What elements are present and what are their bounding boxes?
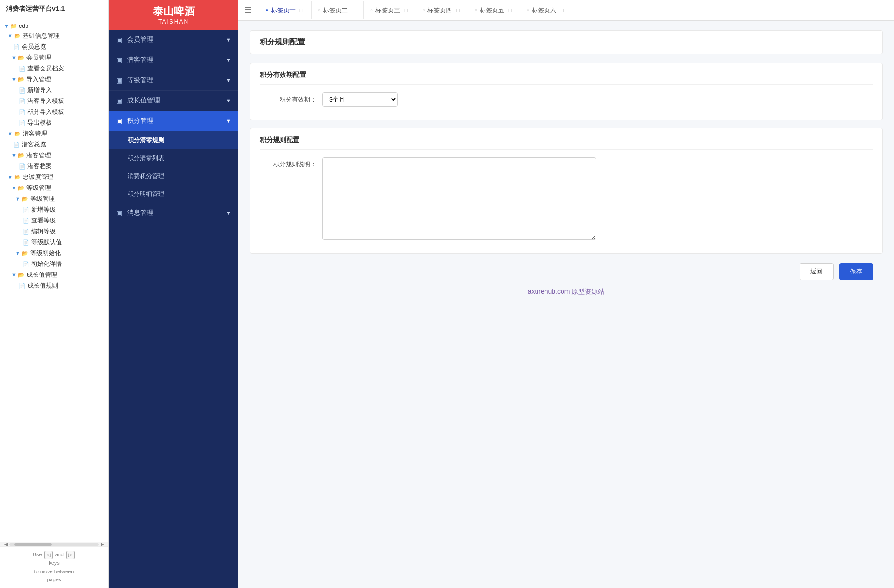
- menu-icon[interactable]: ☰: [244, 5, 252, 16]
- tree-item-czzgz[interactable]: 📄 成长值规则: [0, 281, 108, 291]
- tree-item-djgl[interactable]: ▼ 📂 等级管理: [0, 183, 108, 194]
- doc-icon9: 📄: [23, 207, 29, 213]
- tab-item-6[interactable]: ○ 标签页六 □: [520, 1, 573, 19]
- doc-icon2: 📄: [19, 66, 26, 72]
- tree-item-bjdj[interactable]: 📄 编辑等级: [0, 226, 108, 237]
- right-key-hint: ▷: [66, 551, 75, 559]
- tab-item-5[interactable]: ○ 标签页五 □: [468, 1, 520, 19]
- tab-close-2[interactable]: □: [350, 7, 357, 14]
- nav-subitem-jfqzgz[interactable]: 积分清零规则: [109, 131, 238, 149]
- footer-watermark: axurehub.com 原型资源站: [250, 280, 883, 304]
- tree-item-zcdgl[interactable]: ▼ 📂 忠诚度管理: [0, 172, 108, 183]
- tree-item-hyzl[interactable]: 📄 会员总览: [0, 42, 108, 52]
- tab-dot-4: ○: [423, 8, 425, 12]
- tab-dot-1: ●: [266, 8, 268, 12]
- tab-close-3[interactable]: □: [403, 7, 409, 14]
- nav-item-czzgl[interactable]: ▣ 成长值管理 ▼: [109, 91, 238, 111]
- tree-item-qkgl2[interactable]: ▼ 📂 潜客管理: [0, 150, 108, 161]
- nav-item-djgl[interactable]: ▣ 等级管理 ▼: [109, 70, 238, 91]
- scroll-right-arrow[interactable]: ▶: [101, 541, 104, 547]
- tree-item-djgl2[interactable]: ▼ 📂 等级管理: [0, 194, 108, 205]
- doc-icon12: 📄: [23, 239, 29, 246]
- nav-item-qkgl[interactable]: ▣ 潜客管理 ▼: [109, 50, 238, 70]
- folder-open-icon2: ▼ 📂: [11, 55, 25, 61]
- tree-item-djcsh[interactable]: ▼ 📂 等级初始化: [0, 248, 108, 259]
- tab-dot-2: ○: [318, 8, 321, 12]
- rules-section-title: 积分规则配置: [260, 136, 873, 150]
- tab-item-4[interactable]: ○ 标签页四 □: [416, 1, 468, 19]
- tree-item-ckhyda[interactable]: 📄 查看会员档案: [0, 63, 108, 74]
- tree-item-xzdr[interactable]: 📄 新增导入: [0, 85, 108, 96]
- folder-icon: ▼ 📁: [4, 23, 17, 29]
- nav-sidebar: 泰山啤酒 TAISHAN ▣ 会员管理 ▼ ▣ 潜客管理 ▼ ▣ 等级管理 ▼ …: [109, 0, 238, 588]
- doc-icon3: 📄: [19, 87, 26, 94]
- doc-icon5: 📄: [19, 109, 26, 115]
- folder-open-icon8: ▼ 📂: [15, 196, 28, 202]
- folder-open-icon4: ▼ 📂: [8, 131, 21, 137]
- folder-open-icon: ▼ 📂: [8, 33, 21, 39]
- tree-item-cshxq[interactable]: 📄 初始化详情: [0, 259, 108, 270]
- nav-subitem-jfqzlb[interactable]: 积分清零列表: [109, 149, 238, 167]
- tree-item-czz[interactable]: ▼ 📂 成长值管理: [0, 270, 108, 281]
- doc-icon7: 📄: [13, 142, 20, 148]
- page-title: 积分规则配置: [250, 30, 883, 54]
- tree-item-jfdrmbp[interactable]: 📄 积分导入模板: [0, 107, 108, 118]
- nav-item-hygl[interactable]: ▣ 会员管理 ▼: [109, 30, 238, 50]
- doc-icon13: 📄: [23, 261, 29, 267]
- save-button[interactable]: 保存: [839, 263, 873, 280]
- main-area: ☰ ● 标签页一 □ ○ 标签页二 □ ○ 标签页三 □ ○: [238, 0, 894, 588]
- tab-item-2[interactable]: ○ 标签页二 □: [312, 1, 364, 19]
- logo-area: 泰山啤酒 TAISHAN: [109, 0, 238, 30]
- doc-icon14: 📄: [19, 283, 26, 289]
- tree-item-xzdj[interactable]: 📄 新增等级: [0, 205, 108, 215]
- tree-item-qkgl[interactable]: ▼ 📂 潜客管理: [0, 128, 108, 139]
- rules-section: 积分规则配置 积分规则说明：: [250, 128, 883, 254]
- main-content: 积分规则配置 积分有效期配置 积分有效期： 1个月 2个月 3个月 6个月 12…: [238, 21, 894, 588]
- tree-item-drgl[interactable]: ▼ 📂 导入管理: [0, 74, 108, 85]
- nav-subitem-xfjfgl[interactable]: 消费积分管理: [109, 167, 238, 185]
- tab-close-1[interactable]: □: [298, 7, 305, 14]
- tab-dot-3: ○: [370, 8, 373, 12]
- nav-icon-xxgl: ▣: [116, 209, 122, 217]
- scroll-left-arrow[interactable]: ◀: [4, 541, 8, 547]
- tree-root[interactable]: ▼ 📁 cdp: [0, 21, 108, 31]
- tree-item-jcxx[interactable]: ▼ 📂 基础信息管理: [0, 31, 108, 42]
- nav-item-xxgl[interactable]: ▣ 消息管理 ▼: [109, 203, 238, 223]
- folder-open-icon6: ▼ 📂: [8, 174, 21, 180]
- folder-open-icon9: ▼ 📂: [15, 250, 28, 256]
- tree-container: ▼ 📁 cdp ▼ 📂 基础信息管理 📄 会员总览 ▼ 📂 会员管理 📄 查看会…: [0, 18, 108, 542]
- folder-open-icon5: ▼ 📂: [11, 153, 25, 159]
- nav-subitem-jfmxgl[interactable]: 积分明细管理: [109, 185, 238, 203]
- tree-item-dcmbp[interactable]: 📄 导出模板: [0, 118, 108, 128]
- main-header: ☰ ● 标签页一 □ ○ 标签页二 □ ○ 标签页三 □ ○: [238, 0, 894, 21]
- nav-item-jfgl[interactable]: ▣ 积分管理 ▼: [109, 111, 238, 131]
- nav-icon-jfgl: ▣: [116, 117, 122, 125]
- navigation-hint: Use ◁ and ▷ keys to move between pages: [0, 546, 108, 588]
- tab-close-5[interactable]: □: [507, 7, 513, 14]
- tab-close-6[interactable]: □: [559, 7, 565, 14]
- chevron-down-icon-xxgl: ▼: [226, 210, 231, 216]
- tab-close-4[interactable]: □: [455, 7, 461, 14]
- logo-text: 泰山啤酒: [153, 5, 195, 18]
- tree-item-hygl[interactable]: ▼ 📂 会员管理: [0, 52, 108, 63]
- tree-item-qkdrmbp[interactable]: 📄 潜客导入模板: [0, 96, 108, 107]
- doc-icon6: 📄: [19, 120, 26, 126]
- tab-item-3[interactable]: ○ 标签页三 □: [364, 1, 416, 19]
- validity-form-row: 积分有效期： 1个月 2个月 3个月 6个月 12个月 永久有效: [260, 92, 873, 107]
- tabs-bar: ● 标签页一 □ ○ 标签页二 □ ○ 标签页三 □ ○ 标签页四 □: [259, 1, 888, 19]
- tree-item-qkzl[interactable]: 📄 潜客总览: [0, 139, 108, 150]
- chevron-down-icon-qkgl: ▼: [226, 57, 231, 63]
- tab-dot-5: ○: [475, 8, 477, 12]
- scroll-thumb: [14, 543, 52, 546]
- validity-select[interactable]: 1个月 2个月 3个月 6个月 12个月 永久有效: [322, 92, 398, 107]
- tree-item-djmren[interactable]: 📄 等级默认值: [0, 237, 108, 248]
- doc-icon11: 📄: [23, 229, 29, 235]
- doc-icon: 📄: [13, 44, 20, 50]
- cancel-button[interactable]: 返回: [800, 263, 834, 280]
- tree-item-qkda[interactable]: 📄 潜客档案: [0, 161, 108, 172]
- rules-textarea[interactable]: [322, 157, 596, 240]
- chevron-down-icon-hygl: ▼: [226, 37, 231, 43]
- tab-item-1[interactable]: ● 标签页一 □: [259, 1, 312, 19]
- validity-section: 积分有效期配置 积分有效期： 1个月 2个月 3个月 6个月 12个月 永久有效: [250, 63, 883, 120]
- tree-item-ckdj[interactable]: 📄 查看等级: [0, 215, 108, 226]
